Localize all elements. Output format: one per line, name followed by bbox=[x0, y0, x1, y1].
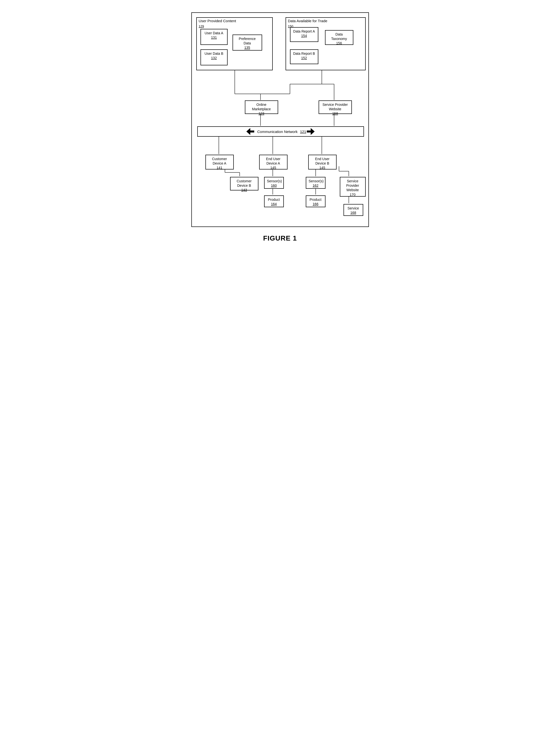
customer-device-a-box: Customer Device A 141 bbox=[205, 155, 234, 169]
svg-marker-31 bbox=[311, 128, 315, 135]
data-report-a-box: Data Report A 154 bbox=[290, 27, 318, 42]
end-user-device-a-label: End User Device A bbox=[266, 157, 280, 165]
sensors-160-box: Sensor(s) 160 bbox=[264, 177, 284, 189]
preference-data-label: Preference Data bbox=[239, 37, 255, 45]
data-report-a-label: Data Report A bbox=[293, 29, 315, 33]
customer-device-a-label: Customer Device A bbox=[212, 157, 227, 165]
user-data-b-num: 132 bbox=[203, 56, 225, 60]
customer-device-a-num: 141 bbox=[208, 165, 231, 170]
sensors-162-box: Sensor(s) 162 bbox=[306, 177, 325, 189]
customer-device-b-box: Customer Device B 143 bbox=[230, 177, 258, 190]
diagram-wrapper: User Provided Content 129 User Data A 13… bbox=[191, 12, 369, 227]
customer-device-b-num: 143 bbox=[233, 188, 255, 192]
sensors-160-num: 160 bbox=[267, 183, 281, 188]
online-marketplace-box: Online Marketplace 123 bbox=[245, 100, 278, 114]
data-taxonomy-label: Data Taxonomy bbox=[331, 32, 347, 41]
sensors-160-label: Sensor(s) bbox=[267, 179, 282, 183]
sensors-162-label: Sensor(s) bbox=[309, 179, 324, 183]
comm-network-num: 121 bbox=[300, 129, 306, 134]
comm-network-label: Communication Network bbox=[255, 129, 300, 134]
data-available-title: Data Available for Trade bbox=[286, 18, 365, 24]
product-164-label: Product bbox=[268, 198, 280, 201]
customer-device-b-label: Customer Device B bbox=[237, 179, 252, 187]
service-provider-158-label: Service Provider Website bbox=[323, 103, 348, 111]
service-168-label: Service bbox=[347, 206, 359, 210]
online-marketplace-num: 123 bbox=[248, 111, 275, 116]
service-168-num: 168 bbox=[346, 210, 360, 215]
service-provider-170-box: Service Provider Website 170 bbox=[340, 177, 366, 197]
end-user-device-a-num: 145 bbox=[262, 165, 285, 170]
left-arrow-icon bbox=[246, 127, 255, 136]
svg-marker-29 bbox=[246, 128, 250, 135]
data-taxonomy-box: Data Taxonomy 156 bbox=[325, 30, 353, 45]
user-provided-content-num: 129 bbox=[197, 24, 204, 28]
end-user-device-b-num: 145 bbox=[311, 165, 334, 170]
data-report-b-num: 152 bbox=[293, 56, 315, 60]
end-user-device-b-label: End User Device B bbox=[315, 157, 329, 165]
product-166-box: Product 166 bbox=[306, 195, 325, 207]
svg-rect-32 bbox=[307, 130, 311, 132]
data-report-b-box: Data Report B 152 bbox=[290, 49, 318, 64]
service-provider-158-num: 158 bbox=[322, 111, 349, 116]
user-data-a-box: User Data A 131 bbox=[200, 29, 228, 45]
data-report-b-label: Data Report B bbox=[293, 52, 315, 55]
right-arrow-icon bbox=[306, 127, 315, 136]
figure-label: FIGURE 1 bbox=[191, 234, 369, 242]
preference-data-num: 135 bbox=[235, 45, 259, 50]
online-marketplace-label: Online Marketplace bbox=[252, 103, 271, 111]
page-container: User Provided Content 129 User Data A 13… bbox=[186, 5, 374, 252]
preference-data-box: Preference Data 135 bbox=[233, 35, 262, 51]
user-provided-content-title: User Provided Content bbox=[197, 18, 272, 24]
comm-network-box: Communication Network 121 bbox=[197, 126, 364, 137]
svg-rect-30 bbox=[250, 130, 254, 132]
user-data-b-box: User Data B 132 bbox=[200, 49, 228, 65]
product-166-label: Product bbox=[309, 198, 321, 201]
product-164-num: 164 bbox=[267, 202, 281, 206]
service-provider-158-box: Service Provider Website 158 bbox=[319, 100, 352, 114]
product-164-box: Product 164 bbox=[264, 195, 284, 207]
end-user-device-b-box: End User Device B 145 bbox=[308, 155, 337, 169]
end-user-device-a-box: End User Device A 145 bbox=[259, 155, 288, 169]
sensors-162-num: 162 bbox=[309, 183, 323, 188]
service-168-box: Service 168 bbox=[343, 204, 363, 216]
product-166-num: 166 bbox=[309, 202, 323, 206]
data-taxonomy-num: 156 bbox=[328, 41, 350, 45]
service-provider-170-num: 170 bbox=[343, 192, 363, 197]
service-provider-170-label: Service Provider Website bbox=[346, 179, 359, 192]
data-report-a-num: 154 bbox=[293, 34, 315, 38]
user-data-b-label: User Data B bbox=[204, 52, 223, 55]
user-data-a-num: 131 bbox=[203, 35, 225, 40]
user-data-a-label: User Data A bbox=[205, 31, 223, 35]
